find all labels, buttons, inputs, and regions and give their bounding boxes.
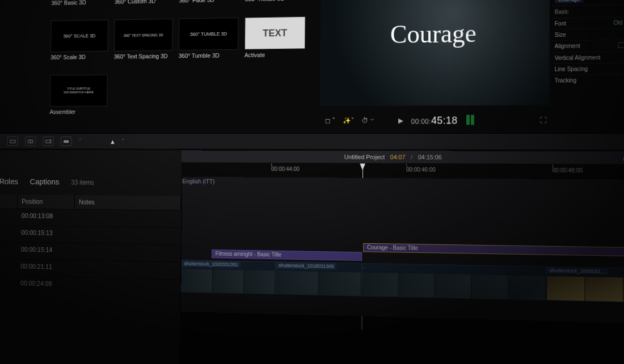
insert-clip-icon[interactable] — [25, 137, 36, 146]
thumb-text: 360° TUMBLE 3D — [190, 31, 227, 37]
svg-rect-3 — [64, 140, 69, 143]
text-field[interactable]: Courage — [555, 0, 584, 3]
crop-icon[interactable]: ◻ ˅ — [325, 117, 335, 125]
col-name[interactable] — [0, 194, 18, 209]
tab-captions[interactable]: Captions — [30, 177, 60, 186]
fullscreen-icon[interactable]: ⛶ — [539, 116, 546, 124]
title-preset[interactable]: 360° Fade 3D — [179, 0, 239, 12]
video-clip[interactable]: shutterstock_1018031305 — [276, 261, 362, 296]
table-row[interactable]: utterstock_…00:00:13:08 — [0, 208, 181, 225]
clip-label — [362, 267, 367, 268]
viewer-toolbar: ◻ ˅ ✨˅ ⏱ ˅ ▶ 00:00:45:18 ⛶ — [319, 111, 552, 130]
title-preset[interactable]: TITLE SUBTITLE INFORMATION HERE Assemble… — [49, 75, 107, 124]
tracking-label: Tracking — [555, 77, 576, 83]
index-tabs: Tags Roles Captions 33 items — [0, 176, 94, 186]
thumb-text: 360° SCALE 3D — [63, 33, 95, 39]
thumb-text: TEXT — [263, 27, 287, 39]
col-position[interactable]: Position — [18, 194, 75, 209]
preset-label: Assembler — [49, 108, 107, 123]
title-preset[interactable]: 360° TEXT SPACING 3D 360° Text Spacing 3… — [114, 19, 173, 68]
inspector-section: Basic — [553, 3, 624, 18]
overwrite-clip-icon[interactable] — [61, 137, 72, 146]
append-clip-icon[interactable] — [43, 137, 53, 146]
clip-label: shutterstock_1020331351 — [182, 260, 241, 268]
ruler-mark: 00:00:46:00 — [406, 167, 435, 173]
table-row[interactable]: otsteps/r…00:00:15:13 — [0, 225, 181, 242]
viewer[interactable]: Courage — [320, 0, 550, 106]
video-clip[interactable]: shutterstock_1003162… — [546, 266, 624, 303]
timeline-toolbar: ex ˅ ▴˅ — [0, 133, 624, 150]
video-clip[interactable]: shutterstock_1020331351 — [181, 260, 276, 294]
title-preset[interactable]: 360° TUMBLE 3D 360° Tumble 3D — [179, 18, 239, 67]
titles-browser: 360° Basic 3D 360° Custom 3D 360° Fade 3… — [47, 0, 326, 126]
linespacing-label: Line Spacing — [555, 66, 588, 72]
clip-label: shutterstock_1003162… — [547, 267, 608, 275]
retime-icon[interactable]: ⏱ ˅ — [362, 117, 374, 125]
project-bar: ◀ Untitled Project 04:07 / 04:15:06 ▶ — [146, 150, 624, 164]
preset-label: 360° Custom 3D — [115, 0, 173, 13]
clip-label: Courage - Basic Title — [367, 244, 418, 251]
title-preset[interactable]: TEXT Activate — [244, 16, 306, 67]
connect-clip-icon[interactable] — [7, 137, 18, 146]
size-label: Size — [555, 32, 566, 38]
preset-label: 360° Scale 3D — [50, 53, 108, 69]
thumb-text: TITLE SUBTITLE INFORMATION HERE — [64, 87, 94, 95]
preset-label: 360° Text Spacing 3D — [114, 53, 172, 68]
video-clip[interactable] — [362, 263, 546, 300]
project-duration: 04:15:06 — [418, 154, 442, 160]
svg-rect-0 — [10, 140, 15, 143]
caption-track-label[interactable]: English (iTT) — [182, 178, 214, 185]
timecode-prefix: 00:00: — [411, 117, 431, 125]
ruler-mark: 00:00:44:00 — [271, 166, 300, 172]
table-header: Position Notes — [0, 194, 181, 210]
preset-label: 360° Basic 3D — [51, 0, 108, 14]
alignment-buttons[interactable] — [617, 42, 624, 49]
thumb-text: 360° TEXT SPACING 3D — [124, 33, 163, 37]
font-select[interactable]: Old English T… — [613, 19, 624, 26]
viewer-title-overlay: Courage — [390, 18, 477, 49]
alignment-label: Alignment — [555, 43, 580, 49]
preset-label: 360° Rotate 3D — [245, 0, 306, 11]
valign-label: Vertical Alignment — [555, 54, 601, 61]
preset-label: 360° Tumble 3D — [179, 52, 238, 68]
title-preset[interactable]: 360° Basic 3D — [51, 0, 109, 14]
title-preset[interactable]: 360° Custom 3D — [115, 0, 174, 13]
project-current-time: 04:07 — [390, 154, 406, 160]
pointer-tool-icon[interactable]: ▴ — [111, 137, 114, 146]
font-label: Font — [555, 20, 566, 27]
title-preset[interactable]: 360° SCALE 3D 360° Scale 3D — [50, 20, 108, 69]
item-count: 33 items — [71, 179, 94, 186]
clip-label: shutterstock_1018031305 — [276, 262, 336, 270]
preset-label: Activate — [244, 51, 305, 67]
preset-label: 360° Fade 3D — [179, 0, 239, 12]
project-name[interactable]: Untitled Project — [344, 154, 385, 160]
timecode: 45:18 — [431, 115, 458, 126]
audio-meter — [465, 115, 474, 126]
col-notes[interactable]: Notes — [75, 195, 182, 210]
tab-roles[interactable]: Roles — [0, 177, 18, 186]
clip-label: Fitness amiright - Basic Title — [216, 251, 281, 258]
ruler-mark: 00:00:48:00 — [553, 167, 583, 173]
inspector-panel: Normal Text Courage Basic FontOld Englis… — [553, 0, 624, 86]
play-button[interactable]: ▶ — [398, 117, 403, 125]
timeline-ruler[interactable]: 00:00:44:00 00:00:46:00 00:00:48:00 00:0… — [183, 163, 624, 179]
title-preset[interactable]: 360° ROTATE 3D 360° Rotate 3D — [245, 0, 306, 11]
effects-icon[interactable]: ✨˅ — [343, 117, 355, 125]
svg-rect-2 — [45, 140, 50, 143]
